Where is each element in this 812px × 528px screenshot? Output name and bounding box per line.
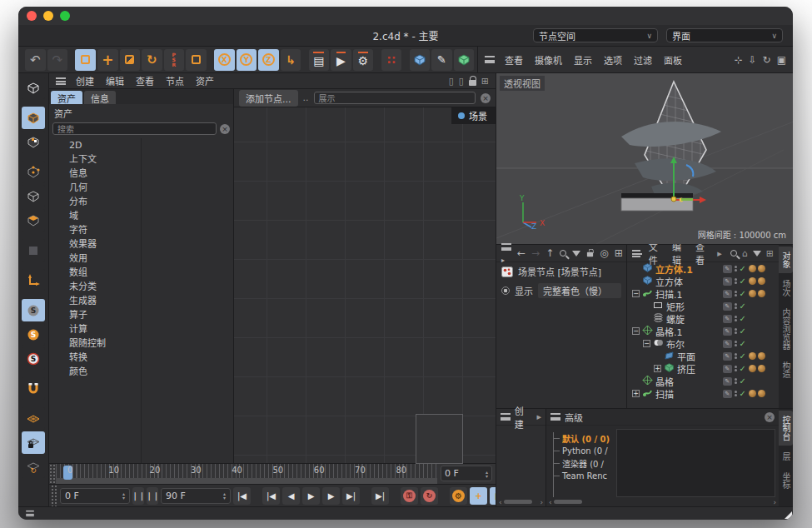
end-frame-field[interactable]: 90 F ▴▾: [161, 488, 231, 504]
side-tab-场次[interactable]: 场次: [779, 275, 793, 301]
asset-category[interactable]: 算子: [49, 308, 141, 322]
axis-mode-button[interactable]: [22, 269, 45, 291]
rect-select-button[interactable]: [186, 49, 207, 71]
tweak-mode-button[interactable]: [22, 239, 45, 262]
asset-category[interactable]: 域: [49, 209, 141, 223]
scene-node[interactable]: 场景: [451, 107, 496, 124]
material-tag-icon[interactable]: [749, 277, 756, 285]
asset-category[interactable]: 2D: [49, 138, 141, 152]
expander-icon[interactable]: −: [643, 340, 650, 347]
material-tag-icon[interactable]: [758, 265, 765, 272]
prev-key-button[interactable]: |◀: [262, 487, 280, 505]
lock-icon[interactable]: [469, 80, 476, 86]
asset-category[interactable]: 颜色: [49, 365, 141, 379]
rotate-workplane-button[interactable]: ↻: [22, 456, 45, 478]
object-name[interactable]: 晶格: [655, 375, 674, 388]
enabled-check-icon[interactable]: ✓: [740, 264, 746, 273]
enabled-check-icon[interactable]: ✓: [740, 364, 746, 373]
enabled-check-icon[interactable]: ✓: [740, 389, 746, 398]
object-name[interactable]: 布尔: [666, 337, 685, 351]
material-tag-icon[interactable]: [749, 365, 756, 372]
object-name[interactable]: 晶格.1: [655, 325, 683, 338]
prev-frame-button[interactable]: ◀: [282, 487, 300, 505]
menu-icon[interactable]: ▸: [501, 242, 511, 265]
add-panel-icon[interactable]: ⊞: [481, 76, 489, 87]
close-console-icon[interactable]: ×: [765, 412, 775, 422]
editor-visibility-toggle[interactable]: ✎: [723, 290, 732, 298]
maximize-icon[interactable]: ▣: [777, 54, 786, 66]
panel-right-icon[interactable]: ▯: [459, 76, 464, 87]
object-row[interactable]: 平面✎✓: [627, 350, 779, 362]
next-frame-button[interactable]: ▶: [322, 487, 340, 505]
editor-visibility-toggle[interactable]: ✎: [723, 277, 732, 286]
zoom-window-button[interactable]: [60, 11, 70, 21]
node-canvas[interactable]: 场景: [234, 107, 496, 463]
visibility-dots-toggle[interactable]: [735, 316, 737, 321]
timeline-frame-field[interactable]: 0 F ▴▾: [441, 466, 492, 481]
enabled-check-icon[interactable]: ✓: [740, 276, 746, 286]
target-icon[interactable]: ◎: [600, 247, 608, 259]
node-filter-input[interactable]: 展示: [314, 92, 476, 104]
editor-visibility-toggle[interactable]: ✎: [723, 327, 732, 336]
asset-category[interactable]: 数组: [49, 266, 141, 280]
side-tab-层[interactable]: 层: [779, 447, 793, 466]
marker-button[interactable]: ❘❘: [132, 487, 144, 505]
material-nodes-button[interactable]: ∷: [381, 49, 402, 71]
expander-icon[interactable]: −: [632, 327, 640, 335]
snap-modes-button[interactable]: S: [22, 323, 45, 346]
make-editable-button[interactable]: [22, 77, 45, 99]
material-tag-icon[interactable]: [749, 290, 756, 297]
current-frame-field[interactable]: 0 F ▴▾: [60, 488, 130, 504]
interface-dropdown[interactable]: 界面∨: [666, 28, 783, 42]
object-name[interactable]: 挤压: [677, 362, 695, 376]
filter-icon[interactable]: [753, 248, 761, 259]
visibility-dots-toggle[interactable]: [735, 366, 737, 371]
live-select-button[interactable]: [75, 49, 96, 71]
dolly-icon[interactable]: ⇩: [749, 54, 757, 66]
render-button[interactable]: ▶: [331, 49, 351, 71]
object-name[interactable]: 扫描: [655, 387, 674, 401]
timeline-drag-handle[interactable]: [49, 464, 56, 484]
side-tab-构造[interactable]: 构造: [779, 356, 793, 383]
node-panel-menu-3[interactable]: 节点: [166, 74, 184, 87]
lock-workplane-button[interactable]: [22, 431, 45, 454]
resize-handle[interactable]: [785, 511, 792, 519]
asset-category[interactable]: 转换: [49, 351, 141, 365]
viewport-menu-2[interactable]: 显示: [574, 53, 592, 67]
object-name[interactable]: 立方体: [655, 275, 683, 288]
material-tag-icon[interactable]: [749, 352, 756, 360]
key-position-button[interactable]: +: [470, 487, 487, 505]
scrollbar-horizontal[interactable]: ‹›: [496, 497, 545, 506]
object-row[interactable]: 螺旋✎✓: [627, 312, 779, 325]
object-row[interactable]: −布尔✎✓: [627, 337, 779, 350]
viewport-menu-1[interactable]: 摄像机: [535, 53, 562, 67]
back-icon[interactable]: ←: [517, 247, 526, 259]
material-tag-icon[interactable]: [758, 290, 765, 297]
console-tree-item[interactable]: Python (0 /: [554, 445, 613, 457]
pan-icon[interactable]: ⊹: [734, 54, 742, 66]
editor-visibility-toggle[interactable]: ✎: [723, 377, 732, 386]
play-button[interactable]: ▶: [302, 487, 320, 505]
viewport-3d[interactable]: 透视视图 Y Z X 网格间距 : 100000 cm: [496, 73, 793, 244]
stepper-icon[interactable]: ▴▾: [223, 491, 226, 500]
tab-info[interactable]: 信息: [84, 91, 116, 104]
visibility-dots-toggle[interactable]: [735, 391, 737, 396]
move-button[interactable]: +: [97, 49, 118, 71]
add-icon[interactable]: ⊞: [615, 247, 623, 259]
transport-drag-handle[interactable]: [51, 485, 57, 506]
display-radio[interactable]: [501, 286, 510, 295]
enabled-check-icon[interactable]: ✓: [740, 326, 746, 336]
console-output[interactable]: [616, 429, 775, 497]
material-tag-icon[interactable]: [758, 390, 765, 397]
console-tree-item[interactable]: 默认 (0 / 0): [554, 432, 613, 445]
node-panel-menu-1[interactable]: 编辑: [106, 74, 124, 87]
console-tree-item[interactable]: Team Renc: [554, 470, 613, 482]
asset-category[interactable]: 未分类: [49, 280, 141, 294]
viewport-menu-icon[interactable]: [485, 56, 495, 63]
home-icon[interactable]: ⌂: [742, 248, 748, 259]
generator-cube-button[interactable]: [454, 49, 475, 71]
asset-category[interactable]: 效用: [49, 252, 141, 266]
up-icon[interactable]: ↑: [545, 247, 554, 259]
visibility-dots-toggle[interactable]: [735, 278, 737, 284]
viewport-menu-5[interactable]: 面板: [664, 53, 682, 67]
